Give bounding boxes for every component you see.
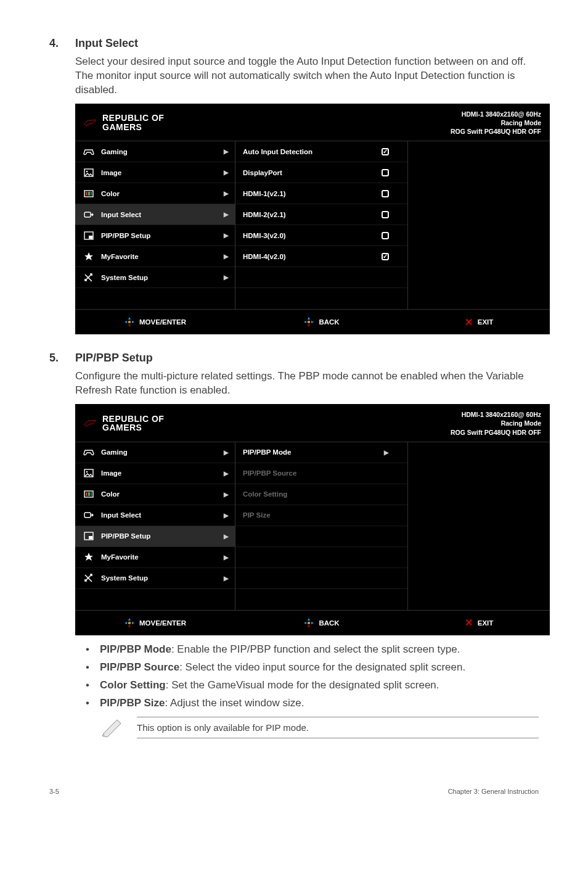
menu-item-label: Gaming	[101, 148, 218, 155]
submenu-item-hdmi-2-v2-1-[interactable]: HDMI-2(v2.1)	[235, 204, 407, 225]
menu-item-label: Input Select	[101, 511, 218, 519]
chevron-right-icon: ▶	[224, 169, 229, 176]
menu-item-label: System Setup	[101, 574, 218, 582]
submenu-item-label: Auto Input Detection	[243, 148, 375, 155]
menu-item-pip-pbp-setup[interactable]: PIP/PBP Setup▶	[75, 526, 235, 547]
joystick-icon	[125, 618, 134, 628]
svg-marker-29	[128, 625, 131, 628]
pip-icon	[83, 230, 95, 241]
menu-item-image[interactable]: Image▶	[75, 162, 235, 183]
submenu-item-label: HDMI-1(v2.1)	[243, 190, 375, 197]
svg-marker-16	[304, 321, 306, 323]
footer-exit: EXIT	[478, 619, 494, 627]
svg-rect-4	[88, 192, 90, 196]
status-resolution: HDMI-1 3840x2160@ 60Hz	[451, 110, 541, 118]
bullet-item: •PIP/PBP Source: Select the video input …	[75, 661, 539, 675]
menu-item-system-setup[interactable]: System Setup▶	[75, 267, 235, 288]
svg-marker-15	[308, 324, 310, 327]
svg-rect-27	[89, 536, 92, 539]
status-model: ROG Swift PG48UQ HDR OFF	[451, 428, 541, 437]
menu-item-gaming[interactable]: Gaming▶	[75, 141, 235, 162]
svg-rect-8	[89, 236, 92, 239]
page-number: 3-5	[49, 788, 59, 795]
menu-item-label: Color	[101, 190, 218, 197]
chevron-right-icon: ▶	[224, 274, 229, 281]
menu-item-myfavorite[interactable]: MyFavorite▶	[75, 547, 235, 568]
checked-icon	[382, 148, 389, 155]
footer-exit: EXIT	[478, 318, 494, 326]
rog-eye-icon	[84, 416, 96, 430]
chevron-right-icon: ▶	[224, 253, 229, 260]
gaming-icon	[83, 146, 95, 157]
chevron-right-icon: ▶	[224, 554, 229, 561]
submenu-item-displayport[interactable]: DisplayPort	[235, 162, 407, 183]
menu-item-color[interactable]: Color▶	[75, 484, 235, 505]
image-icon	[83, 468, 95, 479]
svg-rect-22	[86, 492, 88, 496]
svg-marker-28	[128, 618, 131, 621]
gaming-icon	[83, 447, 95, 458]
submenu-item-pip-pbp-mode[interactable]: PIP/PBP Mode▶	[235, 442, 407, 463]
color-icon	[83, 188, 95, 199]
menu-item-input-select[interactable]: Input Select▶	[75, 204, 235, 225]
osd-panel-pip-pbp: REPUBLIC OF GAMERS HDMI-1 3840x2160@ 60H…	[75, 404, 550, 635]
svg-marker-35	[304, 622, 306, 624]
chevron-right-icon: ▶	[224, 491, 229, 498]
unchecked-icon	[382, 190, 389, 197]
submenu-item-label: Color Setting	[243, 490, 389, 498]
menu-item-pip-pbp-setup[interactable]: PIP/PBP Setup▶	[75, 225, 235, 246]
menu-item-label: Color	[101, 490, 218, 498]
menu-item-image[interactable]: Image▶	[75, 463, 235, 484]
fav-icon	[83, 251, 95, 262]
chevron-right-icon: ▶	[224, 575, 229, 582]
menu-item-label: Input Select	[101, 211, 218, 218]
svg-marker-34	[308, 625, 310, 628]
svg-point-20	[86, 471, 88, 473]
chevron-right-icon: ▶	[224, 533, 229, 540]
svg-point-37	[308, 622, 310, 624]
submenu-item-auto-input-detection[interactable]: Auto Input Detection	[235, 141, 407, 162]
svg-marker-9	[128, 317, 131, 320]
pip-icon	[83, 530, 95, 542]
submenu-item-pip-pbp-source: PIP/PBP Source	[235, 463, 407, 484]
footer-back: BACK	[319, 318, 339, 326]
section-body: Configure the multi-picture related sett…	[75, 369, 539, 398]
bullet-item: •Color Setting: Set the GameVisual mode …	[75, 679, 539, 693]
note-text: This option is only available for PIP mo…	[137, 722, 309, 733]
menu-item-gaming[interactable]: Gaming▶	[75, 442, 235, 463]
menu-item-label: Gaming	[101, 448, 218, 456]
submenu-item-label: PIP/PBP Source	[243, 469, 389, 477]
submenu-item-hdmi-1-v2-1-[interactable]: HDMI-1(v2.1)	[235, 183, 407, 204]
unchecked-icon	[382, 232, 389, 239]
menu-item-system-setup[interactable]: System Setup▶	[75, 568, 235, 589]
chevron-right-icon: ▶	[224, 190, 229, 197]
pencil-note-icon	[100, 715, 127, 740]
menu-item-myfavorite[interactable]: MyFavorite▶	[75, 246, 235, 267]
bullet-item: •PIP/PBP Mode: Enable the PIP/PBP functi…	[75, 643, 539, 657]
color-icon	[83, 489, 95, 500]
menu-item-color[interactable]: Color▶	[75, 183, 235, 204]
joystick-icon	[125, 317, 134, 327]
image-icon	[83, 167, 95, 178]
menu-item-label: Image	[101, 469, 218, 477]
svg-marker-10	[128, 324, 131, 327]
svg-point-13	[128, 321, 131, 323]
close-icon: ✕	[465, 617, 473, 629]
submenu-item-label: DisplayPort	[243, 169, 375, 176]
menu-item-label: MyFavorite	[101, 553, 218, 561]
menu-item-label: PIP/PBP Setup	[101, 232, 218, 239]
submenu-item-hdmi-4-v2-0-[interactable]: HDMI-4(v2.0)	[235, 246, 407, 267]
submenu-item-hdmi-3-v2-0-[interactable]: HDMI-3(v2.0)	[235, 225, 407, 246]
checked-icon	[382, 253, 389, 260]
section-title: Input Select	[75, 37, 138, 50]
unchecked-icon	[382, 169, 389, 176]
setup-icon	[83, 272, 95, 283]
submenu-item-label: PIP/PBP Mode	[243, 448, 378, 456]
svg-marker-17	[311, 321, 314, 323]
footer-back: BACK	[319, 619, 339, 627]
chapter-label: Chapter 3: General Instruction	[448, 788, 539, 795]
menu-item-label: Image	[101, 169, 218, 176]
svg-marker-11	[125, 321, 127, 323]
menu-item-input-select[interactable]: Input Select▶	[75, 505, 235, 526]
chevron-right-icon: ▶	[384, 449, 389, 456]
